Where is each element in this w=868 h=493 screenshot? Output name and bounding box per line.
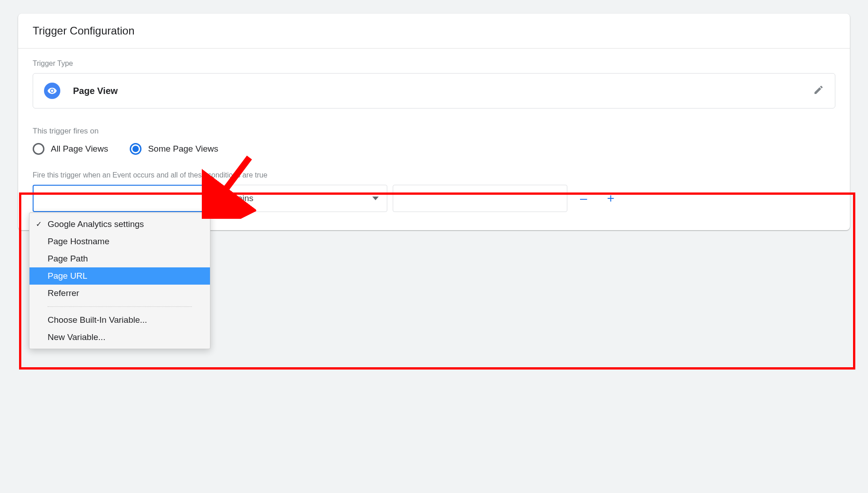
dropdown-item-choose-builtin[interactable]: Choose Built-In Variable...: [29, 311, 210, 329]
edit-icon[interactable]: [813, 84, 824, 97]
remove-condition-button[interactable]: –: [573, 191, 595, 206]
trigger-type-name: Page View: [73, 86, 118, 96]
operator-select[interactable]: contains: [213, 185, 387, 212]
radio-some-label: Some Page Views: [148, 144, 218, 154]
dropdown-item-new-variable[interactable]: New Variable...: [29, 329, 210, 346]
conditions-row: contains – +: [33, 185, 835, 212]
dropdown-item-ga-settings[interactable]: Google Analytics settings: [29, 216, 210, 233]
chevron-down-icon: [372, 197, 379, 200]
conditions-label: Fire this trigger when an Event occurs a…: [33, 171, 835, 179]
dropdown-item-page-url[interactable]: Page URL: [29, 267, 210, 285]
card-title: Trigger Configuration: [33, 25, 835, 37]
radio-circle-all: [33, 143, 44, 155]
variable-dropdown-menu: Google Analytics settings Page Hostname …: [29, 212, 210, 349]
card-body: Trigger Type Page View This trigger fire…: [18, 49, 850, 230]
conditions-section: Fire this trigger when an Event occurs a…: [33, 171, 835, 212]
radio-all-page-views[interactable]: All Page Views: [33, 143, 108, 155]
dropdown-divider: [48, 306, 192, 307]
trigger-type-label: Trigger Type: [33, 59, 835, 68]
dropdown-item-page-hostname[interactable]: Page Hostname: [29, 233, 210, 250]
value-input[interactable]: [393, 185, 567, 212]
operator-select-text: contains: [221, 193, 254, 203]
trigger-config-card: Trigger Configuration Trigger Type Page …: [18, 14, 850, 230]
card-header: Trigger Configuration: [18, 14, 850, 49]
radio-row: All Page Views Some Page Views: [33, 143, 835, 155]
trigger-type-box[interactable]: Page View: [33, 73, 835, 108]
dropdown-item-referrer[interactable]: Referrer: [29, 285, 210, 302]
trigger-type-left: Page View: [44, 83, 118, 99]
radio-all-label: All Page Views: [51, 144, 108, 154]
eye-icon: [44, 83, 60, 99]
add-condition-button[interactable]: +: [600, 191, 622, 206]
radio-some-page-views[interactable]: Some Page Views: [130, 143, 218, 155]
radio-circle-some: [130, 143, 141, 155]
fires-on-label: This trigger fires on: [33, 127, 835, 136]
variable-select[interactable]: [33, 185, 207, 212]
dropdown-item-page-path[interactable]: Page Path: [29, 250, 210, 267]
